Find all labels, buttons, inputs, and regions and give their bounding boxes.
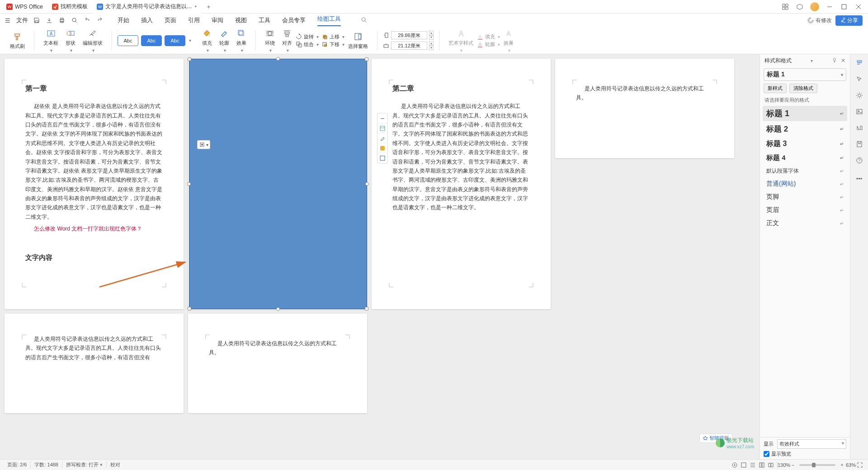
- view-read-icon[interactable]: [766, 461, 775, 470]
- color-icon[interactable]: [377, 143, 388, 153]
- outline-button[interactable]: 轮廓▾: [216, 28, 233, 54]
- zoom-value[interactable]: 63%: [846, 461, 855, 470]
- page-4[interactable]: 是人类用符号记录表达信息以传之久远的方式和工具。: [555, 59, 734, 158]
- zoom-slider[interactable]: [799, 464, 835, 466]
- modified-indicator[interactable]: 有修改: [807, 17, 832, 24]
- redo-icon[interactable]: [96, 16, 104, 24]
- zoom-in-icon[interactable]: ＋: [837, 461, 846, 470]
- effect-button[interactable]: 效果▾: [233, 28, 250, 54]
- menu-page[interactable]: 页面: [165, 16, 176, 24]
- page-5[interactable]: 是人类用符号记录表达信息以传之久远的方式和工具。现代文字大多是记录语言的工具。人…: [5, 314, 184, 413]
- zoom-out-icon[interactable]: −: [788, 461, 797, 470]
- bring-forward-button[interactable]: 上移▾: [321, 33, 344, 40]
- undo-icon[interactable]: [83, 16, 91, 24]
- select-panel-icon[interactable]: [854, 74, 864, 84]
- share-button[interactable]: 分享: [835, 15, 863, 26]
- menu-start[interactable]: 开始: [118, 16, 129, 24]
- tab-wps-home[interactable]: W WPS Office: [2, 0, 47, 14]
- focus-mode-icon[interactable]: [730, 461, 739, 470]
- fill-button[interactable]: 填充▾: [198, 28, 216, 54]
- selected-shape[interactable]: [189, 59, 367, 309]
- menu-tools[interactable]: 工具: [259, 16, 270, 24]
- menu-icon[interactable]: ☰: [4, 16, 12, 24]
- help-panel-icon[interactable]: [854, 155, 864, 165]
- collapse-icon[interactable]: –: [377, 113, 388, 123]
- status-spell[interactable]: 拼写检查: 打开 ▾: [62, 461, 107, 468]
- view-web-icon[interactable]: [757, 461, 766, 470]
- height-input[interactable]: 29.86厘米: [391, 31, 427, 39]
- status-words[interactable]: 字数: 1488: [31, 461, 62, 468]
- menu-review[interactable]: 审阅: [212, 16, 223, 24]
- textbox-button[interactable]: A文本框▾: [40, 28, 62, 54]
- edit-shape-button[interactable]: 编辑形状▾: [79, 28, 106, 54]
- align-button[interactable]: 对齐▾: [278, 28, 296, 54]
- grid-icon[interactable]: [781, 3, 789, 11]
- clear-format-button[interactable]: 清除格式: [789, 84, 817, 93]
- status-proof[interactable]: 校对: [107, 461, 124, 468]
- preview-icon[interactable]: [71, 16, 79, 24]
- menu-drawing[interactable]: 绘图工具: [317, 15, 341, 26]
- group-button[interactable]: 组合▾: [296, 41, 319, 48]
- page-3[interactable]: 第二章 是人类用符号记录表达信息以传之久远的方式和工具。现代文字大多是记录语言的…: [372, 59, 551, 309]
- print-icon[interactable]: [58, 16, 66, 24]
- fit-icon[interactable]: [855, 461, 864, 470]
- style-item-5[interactable]: 普通(网站)↵: [763, 178, 847, 190]
- height-input-row[interactable]: 29.86厘米▴▾: [383, 31, 434, 40]
- menu-view[interactable]: 视图: [235, 16, 247, 24]
- expand-icon[interactable]: [377, 153, 388, 163]
- window-close-icon[interactable]: [854, 3, 863, 11]
- style-item-2[interactable]: 标题 3↵: [763, 137, 847, 151]
- bookmark-panel-icon[interactable]: [854, 139, 864, 149]
- save-icon[interactable]: [33, 16, 41, 24]
- status-page[interactable]: 页面: 2/6: [4, 461, 31, 468]
- show-preview-checkbox[interactable]: 显示预览: [764, 451, 846, 457]
- shape-style-3[interactable]: Abc: [165, 35, 185, 46]
- menu-reference[interactable]: 引用: [188, 16, 200, 24]
- style-item-7[interactable]: 页眉↵: [763, 204, 847, 216]
- layout-icon[interactable]: [377, 123, 388, 133]
- new-tab-button[interactable]: ＋: [201, 3, 216, 11]
- shape-style-more[interactable]: ▾: [189, 38, 191, 43]
- menu-insert[interactable]: 插入: [141, 16, 153, 24]
- canvas[interactable]: 第一章 赵依依 是人类用符号记录表达信息以传之久远的方式和工具。现代文字大多是记…: [0, 54, 760, 459]
- style-item-3[interactable]: 标题 4↵: [763, 151, 847, 164]
- export-icon[interactable]: [45, 16, 53, 24]
- page-1[interactable]: 第一章 赵依依 是人类用符号记录表达信息以传之久远的方式和工具。现代文字大多是记…: [5, 59, 184, 309]
- shape-style-1[interactable]: Abc: [118, 35, 138, 46]
- scale-button[interactable]: 130%: [779, 461, 788, 470]
- pen-icon[interactable]: [377, 133, 388, 143]
- style-item-6[interactable]: 页脚↵: [763, 191, 847, 203]
- settings-panel-icon[interactable]: [854, 90, 864, 100]
- view-outline-icon[interactable]: [748, 461, 757, 470]
- style-item-8[interactable]: 正文↵: [763, 217, 847, 230]
- tab-daoke[interactable]: 找稻壳模板: [47, 0, 92, 14]
- menu-search-icon[interactable]: [361, 17, 367, 24]
- show-filter[interactable]: 显示有效样式▾: [764, 439, 846, 449]
- new-style-button[interactable]: 新样式: [764, 84, 787, 93]
- window-maximize-icon[interactable]: [840, 3, 848, 11]
- layout-options-button[interactable]: ▾: [197, 140, 210, 149]
- cube-icon[interactable]: [796, 3, 804, 11]
- more-panel-icon[interactable]: •••: [854, 174, 864, 183]
- tab-document[interactable]: W 文字是人类用符号记录表达信息以… •: [92, 0, 201, 14]
- styles-panel-icon[interactable]: [854, 58, 864, 68]
- view-print-icon[interactable]: [739, 461, 748, 470]
- send-backward-button[interactable]: 下移▾: [321, 41, 344, 48]
- selection-pane-button[interactable]: 选择窗格: [344, 31, 372, 51]
- style-item-4[interactable]: 默认段落字体↵: [763, 165, 847, 177]
- width-input-row[interactable]: 21.12厘米▴▾: [383, 41, 434, 50]
- menu-member[interactable]: 会员专享: [282, 16, 306, 24]
- wrap-button[interactable]: 环绕▾: [261, 28, 278, 54]
- format-painter-button[interactable]: 格式刷: [6, 31, 28, 51]
- window-minimize-icon[interactable]: [826, 3, 834, 11]
- pin-icon[interactable]: [832, 57, 837, 64]
- current-style-select[interactable]: 标题 1▾: [764, 68, 846, 81]
- page-6[interactable]: 是人类用符号记录表达信息以传之久远的方式和工具。: [188, 314, 367, 413]
- shape-button[interactable]: 形状▾: [62, 28, 79, 54]
- close-pane-icon[interactable]: ✕: [841, 57, 845, 64]
- file-menu[interactable]: 文件: [16, 16, 28, 24]
- style-item-0[interactable]: 标题 1↵: [763, 106, 847, 121]
- shape-style-2[interactable]: Abc: [141, 35, 162, 46]
- shape-panel-icon[interactable]: [854, 123, 864, 133]
- rotate-button[interactable]: 旋转▾: [296, 33, 319, 40]
